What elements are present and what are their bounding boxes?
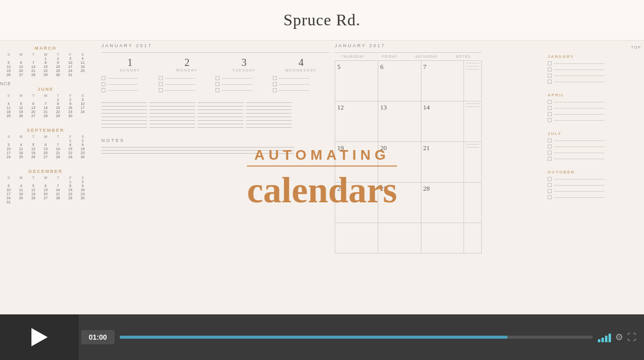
content-lines-area: [101, 102, 330, 128]
december-title: DECEMBER: [5, 169, 86, 174]
play-button[interactable]: [29, 327, 50, 347]
checkbox: [101, 82, 105, 86]
mini-calendar-september: SEPTEMBER SMTWTFS 12 3456789 10111213141…: [5, 128, 86, 159]
table-row: 26 27 28: [335, 183, 482, 223]
right-cal-title: JANUARY 2017: [335, 43, 482, 48]
table-row: 12 13 14: [335, 101, 482, 142]
play-button-area[interactable]: [0, 314, 79, 360]
sidebar-january: JANUARY: [548, 54, 641, 84]
table-row: 5 6 7: [335, 61, 482, 101]
video-player: 01:00 ⚙ ⛶: [0, 314, 644, 360]
right-calendar-panel: JANUARY 2017 THURSDAY FRIDAY SATURDAY NO…: [335, 43, 482, 254]
table-row: 19 20 21: [335, 142, 482, 183]
sidebar-april: APRIL: [548, 93, 641, 122]
bar-3: [605, 336, 607, 342]
day-1-name: SUNDAY: [101, 68, 159, 72]
logo: Spruce Rd.: [283, 11, 361, 29]
main-calendar-panel: JANUARY 2017 1 SUNDAY 2 MONDAY: [101, 43, 330, 154]
notes-label: NOTES: [101, 138, 330, 143]
bar-1: [598, 339, 600, 342]
progress-fill: [120, 336, 508, 339]
right-cal-grid: 5 6 7 12 13 14 19 20: [335, 60, 482, 254]
right-cal-headers: THURSDAY FRIDAY SATURDAY NOTES: [335, 52, 482, 60]
settings-icon[interactable]: ⚙: [615, 332, 623, 343]
video-controls-right: ⚙ ⛶: [598, 332, 644, 343]
march-header: SMTWTFS: [5, 53, 86, 56]
calendar-background: NCE MARCH SMTWTFS 1234 567891011 1213141…: [0, 41, 644, 314]
march-title: MARCH: [5, 46, 86, 51]
left-sidebar: MARCH SMTWTFS 1234 567891011 12131415161…: [0, 41, 91, 314]
sidebar-july: JULY: [548, 131, 641, 161]
june-title: JUNE: [5, 87, 86, 92]
main-cal-title: JANUARY 2017: [101, 43, 330, 48]
day-2-col: 2 MONDAY: [159, 57, 216, 92]
checkbox: [101, 88, 105, 92]
day-4-col: 4 WEDNESDAY: [273, 57, 330, 92]
bar-4: [609, 334, 611, 342]
day-1-num: 1: [101, 57, 159, 68]
mini-calendar-march: MARCH SMTWTFS 1234 567891011 12131415161…: [5, 46, 86, 77]
play-icon: [31, 328, 48, 346]
checkbox: [101, 76, 105, 80]
day-3-col: 3 TUESDAY: [216, 57, 273, 92]
main-cal-days: 1 SUNDAY 2 MONDAY 3 TUESDAY: [101, 52, 330, 92]
september-title: SEPTEMBER: [5, 128, 86, 133]
table-row: [335, 223, 482, 254]
mini-calendar-december: DECEMBER SMTWTFS 12 3456789 101112131415…: [5, 169, 86, 204]
far-right-sidebar: TOP JANUARY APRIL JULY OCTOBE: [545, 43, 644, 202]
top-label: TOP: [548, 46, 641, 49]
mini-calendar-june: JUNE SMTWTFS 123 45678910 11121314151617…: [5, 87, 86, 118]
timestamp: 01:00: [81, 330, 115, 344]
progress-bar[interactable]: [120, 336, 593, 339]
sidebar-october: OCTOBER: [548, 170, 641, 199]
march-grid: SMTWTFS 1234 567891011 12131415161718 19…: [5, 53, 86, 77]
signal-bars[interactable]: [598, 332, 611, 342]
fullscreen-icon[interactable]: ⛶: [627, 332, 636, 343]
bar-2: [601, 338, 604, 342]
day-1-col: 1 SUNDAY: [101, 57, 159, 92]
header: Spruce Rd.: [0, 0, 644, 41]
notes-section: NOTES: [101, 138, 330, 154]
